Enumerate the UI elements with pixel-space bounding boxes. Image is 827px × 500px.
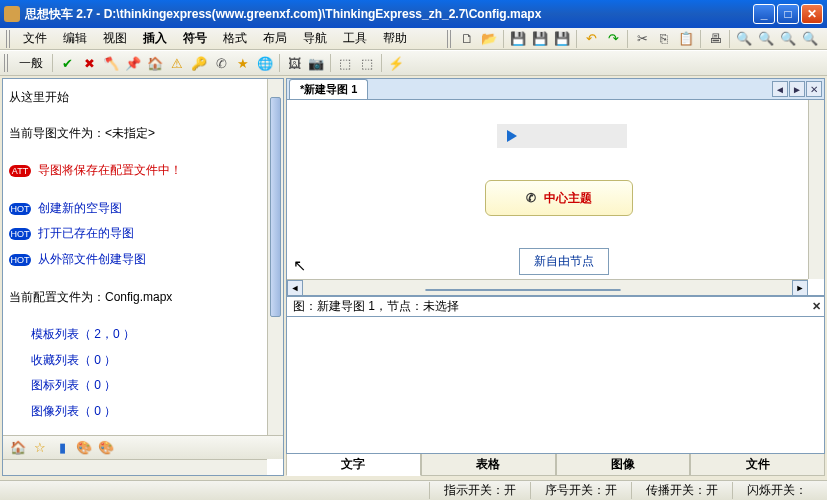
detail-tabs: 文字 表格 图像 文件 — [286, 454, 825, 476]
link-open-existing[interactable]: HOT 打开已存在的导图 — [9, 223, 277, 245]
menu-tools[interactable]: 工具 — [335, 28, 375, 49]
menu-edit[interactable]: 编辑 — [55, 28, 95, 49]
right-column: *新建导图 1 ◄ ► ✕ ✆ 中心主题 新自由节点 ↖ ◄ ► — [286, 78, 825, 476]
phone-icon[interactable]: ✆ — [211, 53, 231, 73]
free-node[interactable]: 新自由节点 — [519, 248, 609, 275]
statusbar: 指示开关：开 序号开关：开 传播开关：开 闪烁开关： — [0, 480, 827, 500]
sidebar-scrollbar-v[interactable] — [267, 79, 283, 457]
star-icon[interactable]: ★ — [233, 53, 253, 73]
bookmark-tab-icon[interactable]: ▮ — [52, 438, 72, 458]
current-map-value: <未指定> — [105, 126, 155, 140]
sidebar-scroll-thumb[interactable] — [270, 97, 281, 317]
sidebar-scrollbar-h[interactable] — [3, 459, 267, 475]
new-icon[interactable]: 🗋 — [457, 29, 477, 49]
list-templates[interactable]: 模板列表（ 2，0 ） — [31, 324, 277, 346]
toolbar2-grip[interactable] — [4, 54, 10, 72]
main-area: ✕ 从这里开始 当前导图文件为：<未指定> ATT 导图将保存在配置文件中！ H… — [0, 76, 827, 478]
menu-layout[interactable]: 布局 — [255, 28, 295, 49]
palette-tab-icon[interactable]: 🎨 — [96, 438, 116, 458]
color-tab-icon[interactable]: 🎨 — [74, 438, 94, 458]
node-child-icon[interactable]: ⬚ — [357, 53, 377, 73]
status-relay: 传播开关：开 — [631, 482, 732, 499]
center-topic-node[interactable]: ✆ 中心主题 — [485, 180, 633, 216]
image-icon[interactable]: 🖼 — [284, 53, 304, 73]
print-icon[interactable]: 🖶 — [705, 29, 725, 49]
copy-icon[interactable]: ⎘ — [654, 29, 674, 49]
close-button[interactable]: ✕ — [801, 4, 823, 24]
titlebar: 思想快车 2.7 - D:\thinkingexpress(www.greenx… — [0, 0, 827, 28]
warning-icon[interactable]: ⚠ — [167, 53, 187, 73]
toolbar-secondary: 一般 ✔ ✖ 🪓 📌 🏠 ⚠ 🔑 ✆ ★ 🌐 🖼 📷 ⬚ ⬚ ⚡ — [0, 50, 827, 76]
tab-close-icon[interactable]: ✕ — [806, 81, 822, 97]
hot-badge-icon: HOT — [9, 228, 31, 240]
tab-scroll-left-icon[interactable]: ◄ — [772, 81, 788, 97]
document-tab[interactable]: *新建导图 1 — [289, 79, 368, 99]
scroll-right-icon[interactable]: ► — [792, 280, 808, 296]
key-icon[interactable]: 🔑 — [189, 53, 209, 73]
list-iconsets[interactable]: 图标列表（ 0 ） — [31, 375, 277, 397]
undo-icon[interactable]: ↶ — [581, 29, 601, 49]
redo-icon[interactable]: ↷ — [603, 29, 623, 49]
save-icon[interactable]: 💾 — [508, 29, 528, 49]
menu-help[interactable]: 帮助 — [375, 28, 415, 49]
status-flash: 闪烁开关： — [732, 482, 821, 499]
detail-header-text: 图：新建导图 1，节点：未选择 — [293, 298, 459, 315]
cut-icon[interactable]: ✂ — [632, 29, 652, 49]
menu-format[interactable]: 格式 — [215, 28, 255, 49]
hot-badge-icon: HOT — [9, 254, 31, 266]
zoom-in-icon[interactable]: 🔍 — [734, 29, 754, 49]
detail-tab-table[interactable]: 表格 — [421, 454, 556, 476]
config-warning-line: ATT 导图将保存在配置文件中！ — [9, 160, 277, 182]
pin-icon[interactable]: 📌 — [123, 53, 143, 73]
mindmap-canvas[interactable]: ✆ 中心主题 新自由节点 ↖ ◄ ► — [286, 100, 825, 296]
link-import-external[interactable]: HOT 从外部文件创建导图 — [9, 249, 277, 271]
canvas-hscroll-thumb[interactable] — [425, 289, 621, 291]
save-as-icon[interactable]: 💾 — [530, 29, 550, 49]
toolbar-general-label[interactable]: 一般 — [13, 55, 49, 72]
run-icon[interactable]: ⚡ — [386, 53, 406, 73]
detail-tab-image[interactable]: 图像 — [556, 454, 691, 476]
current-map-prefix: 当前导图文件为： — [9, 126, 105, 140]
check-icon[interactable]: ✔ — [57, 53, 77, 73]
axe-icon[interactable]: 🪓 — [101, 53, 121, 73]
detail-tab-file[interactable]: 文件 — [690, 454, 825, 476]
maximize-button[interactable]: □ — [777, 4, 799, 24]
minimize-button[interactable]: _ — [753, 4, 775, 24]
home-icon[interactable]: 🏠 — [145, 53, 165, 73]
config-warning-text: 导图将保存在配置文件中！ — [38, 163, 182, 177]
menu-file[interactable]: 文件 — [15, 28, 55, 49]
list-images[interactable]: 图像列表（ 0 ） — [31, 401, 277, 423]
canvas-scrollbar-v[interactable] — [808, 100, 824, 279]
globe-icon[interactable]: 🌐 — [255, 53, 275, 73]
att-badge-icon: ATT — [9, 165, 31, 177]
menu-insert[interactable]: 插入 — [135, 28, 175, 49]
zoom-reset-icon[interactable]: 🔍 — [800, 29, 820, 49]
open-icon[interactable]: 📂 — [479, 29, 499, 49]
window-title: 思想快车 2.7 - D:\thinkingexpress(www.greenx… — [25, 6, 751, 23]
canvas-scrollbar-h[interactable]: ◄ ► — [287, 279, 808, 295]
zoom-fit-icon[interactable]: 🔍 — [778, 29, 798, 49]
cross-icon[interactable]: ✖ — [79, 53, 99, 73]
save-all-icon[interactable]: 💾 — [552, 29, 572, 49]
list-favorites[interactable]: 收藏列表（ 0 ） — [31, 350, 277, 372]
star-tab-icon[interactable]: ☆ — [30, 438, 50, 458]
menu-nav[interactable]: 导航 — [295, 28, 335, 49]
menu-symbol[interactable]: 符号 — [175, 28, 215, 49]
menubar-grip[interactable] — [6, 30, 12, 48]
home-tab-icon[interactable]: 🏠 — [8, 438, 28, 458]
document-tabstrip: *新建导图 1 ◄ ► ✕ — [286, 78, 825, 100]
link-create-empty[interactable]: HOT 创建新的空导图 — [9, 198, 277, 220]
scroll-left-icon[interactable]: ◄ — [287, 280, 303, 296]
center-topic-label: 中心主题 — [544, 190, 592, 207]
paste-icon[interactable]: 📋 — [676, 29, 696, 49]
current-config-line: 当前配置文件为：Config.mapx — [9, 287, 277, 309]
detail-close-icon[interactable]: ✕ — [812, 300, 821, 313]
zoom-out-icon[interactable]: 🔍 — [756, 29, 776, 49]
node-add-icon[interactable]: ⬚ — [335, 53, 355, 73]
tab-scroll-right-icon[interactable]: ► — [789, 81, 805, 97]
toolbar1-grip[interactable] — [447, 30, 453, 48]
menu-view[interactable]: 视图 — [95, 28, 135, 49]
start-here-heading: 从这里开始 — [9, 87, 277, 109]
camera-icon[interactable]: 📷 — [306, 53, 326, 73]
detail-tab-text[interactable]: 文字 — [286, 454, 421, 476]
